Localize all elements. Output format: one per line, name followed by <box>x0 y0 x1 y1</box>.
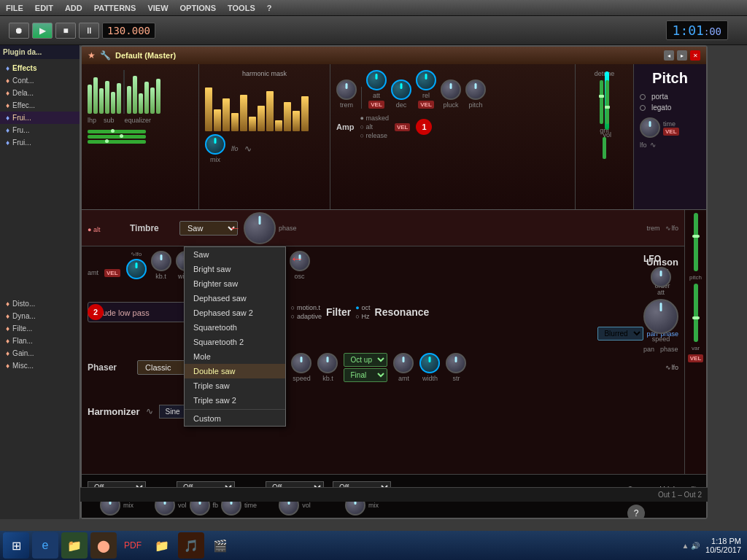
lfo-speed-knob[interactable] <box>643 299 678 334</box>
kb-t-knob[interactable] <box>151 251 171 271</box>
stop-btn[interactable]: ■ <box>55 23 76 39</box>
ie-icon[interactable]: e <box>32 532 58 559</box>
dd-mole[interactable]: Mole <box>185 349 285 364</box>
pause-btn[interactable]: ⏸ <box>79 23 99 39</box>
dd-dephased-saw[interactable]: Dephased saw <box>185 291 285 306</box>
dd-triple-saw[interactable]: Triple saw <box>185 378 285 393</box>
lfo-knob2[interactable] <box>126 259 147 279</box>
slider-7[interactable] <box>127 86 131 114</box>
porta-option[interactable]: porta <box>640 93 700 101</box>
sidebar-item-cont[interactable]: ♦ Cont... <box>0 74 80 87</box>
sidebar-item-effec[interactable]: ♦ Effec... <box>0 99 80 112</box>
dd-bright-saw[interactable]: Bright saw <box>185 262 285 276</box>
res-oct-option[interactable]: ● oct <box>355 304 370 311</box>
pitch-knob[interactable] <box>465 79 486 100</box>
slider-10[interactable] <box>144 82 149 114</box>
sidebar-item-dyna[interactable]: ♦ Dyna... <box>0 310 80 322</box>
h-bar-4[interactable] <box>231 113 239 131</box>
slider-6[interactable] <box>117 83 121 114</box>
oct-up-dropdown[interactable]: Oct up <box>344 353 387 367</box>
sidebar-item-frui3[interactable]: ♦ Frui... <box>0 136 80 149</box>
start-button[interactable]: ⊞ <box>3 532 29 559</box>
dd-double-saw[interactable]: Double saw <box>185 364 285 378</box>
fl-icon[interactable]: 🎵 <box>178 532 204 559</box>
res-hz-option[interactable]: ○ Hz <box>355 313 370 320</box>
menu-edit[interactable]: EDIT <box>35 4 53 12</box>
maximize-btn[interactable]: ▸ <box>677 50 687 61</box>
play-btn[interactable]: ▶ <box>32 23 53 39</box>
h-bar-6[interactable] <box>249 117 256 131</box>
slider-8[interactable] <box>133 76 137 114</box>
slider-11[interactable] <box>150 88 155 114</box>
slider-1[interactable] <box>88 85 92 114</box>
sidebar-item-effects[interactable]: ♦ Effects <box>0 62 80 74</box>
menu-help[interactable]: ? <box>267 4 272 12</box>
phase-knob[interactable] <box>244 212 276 244</box>
slider-5[interactable] <box>111 92 115 114</box>
dd-squaretooth2[interactable]: Squaretooth 2 <box>185 335 285 349</box>
menu-add[interactable]: ADD <box>65 4 82 12</box>
sidebar-item-flan[interactable]: ♦ Flan... <box>0 335 80 347</box>
dd-triple-saw2[interactable]: Triple saw 2 <box>185 393 285 408</box>
h-bar-2[interactable] <box>214 109 221 131</box>
dd-custom[interactable]: Custom <box>185 411 285 426</box>
phaser-kbt-knob[interactable] <box>317 353 338 373</box>
slider-9[interactable] <box>139 93 143 114</box>
bpm-display[interactable]: 130.000 <box>102 23 155 39</box>
menu-file[interactable]: FILE <box>6 4 23 12</box>
menu-options[interactable]: OPTIONS <box>180 4 217 12</box>
dd-dephased-saw2[interactable]: Dephased saw 2 <box>185 306 285 320</box>
pluck-knob[interactable] <box>441 79 461 100</box>
h-slider-2[interactable] <box>88 135 146 139</box>
slider-2[interactable] <box>93 77 98 114</box>
dd-brighter-saw[interactable]: Brighter saw <box>185 276 285 291</box>
phaser-width-knob[interactable] <box>419 353 440 373</box>
detune-slider-2[interactable] <box>605 80 609 124</box>
phaser-amt-knob[interactable] <box>393 353 414 373</box>
h-slider-1[interactable] <box>88 130 146 133</box>
final-dropdown[interactable]: Final <box>344 368 387 382</box>
h-slider-3[interactable] <box>88 140 146 144</box>
sidebar-item-frui1[interactable]: ♦ Frui... <box>0 112 80 124</box>
mix-knob[interactable] <box>205 134 225 155</box>
h-bar-8[interactable] <box>266 91 274 131</box>
rel-knob[interactable] <box>416 70 436 90</box>
record-btn[interactable]: ⏺ <box>9 23 29 39</box>
motion-t-option[interactable]: ○ motion.t <box>290 304 321 311</box>
sidebar-item-gain[interactable]: ♦ Gain... <box>0 347 80 359</box>
grit-slider[interactable] <box>603 137 606 159</box>
pitch-time-knob[interactable] <box>640 117 660 138</box>
help-btn[interactable]: ? <box>627 505 645 518</box>
sidebar-item-misc[interactable]: ♦ Misc... <box>0 359 80 372</box>
chrome-icon[interactable]: ⬤ <box>90 532 117 559</box>
close-btn[interactable]: ✕ <box>690 50 700 61</box>
phaser-str-knob[interactable] <box>446 353 466 373</box>
trem-knob[interactable] <box>336 79 357 100</box>
pdf-icon[interactable]: PDF <box>120 532 146 559</box>
h-bar-7[interactable] <box>258 106 265 131</box>
dd-squaretooth[interactable]: Squaretooth <box>185 320 285 335</box>
lfo-att-knob[interactable] <box>651 267 671 287</box>
video-icon[interactable]: 🎬 <box>207 532 233 559</box>
adaptive-option[interactable]: ○ adaptive <box>290 313 321 320</box>
minimize-btn[interactable]: ◂ <box>664 50 674 61</box>
sidebar-item-disto[interactable]: ♦ Disto... <box>0 298 80 310</box>
h-bar-10[interactable] <box>284 102 291 131</box>
slider-4[interactable] <box>105 81 109 114</box>
dec-knob[interactable] <box>391 79 411 100</box>
sidebar-item-fru2[interactable]: ♦ Fru... <box>0 124 80 136</box>
dd-saw[interactable]: Saw <box>185 247 285 262</box>
menu-view[interactable]: VIEW <box>147 4 168 12</box>
menu-tools[interactable]: TOOLS <box>228 4 255 12</box>
menu-patterns[interactable]: PATTERNS <box>94 4 136 12</box>
h-bar-3[interactable] <box>222 98 230 131</box>
var-slider[interactable] <box>694 284 698 342</box>
h-bar-5[interactable] <box>240 95 247 131</box>
legato-option[interactable]: legato <box>640 104 700 112</box>
sidebar-item-delay[interactable]: ♦ Dela... <box>0 87 80 99</box>
folder2-icon[interactable]: 📁 <box>149 532 175 559</box>
blurred-dropdown[interactable]: Blurred <box>597 327 643 341</box>
pitch-slider[interactable] <box>694 213 698 271</box>
h-bar-1[interactable] <box>205 88 212 131</box>
sidebar-item-filte[interactable]: ♦ Filte... <box>0 322 80 335</box>
